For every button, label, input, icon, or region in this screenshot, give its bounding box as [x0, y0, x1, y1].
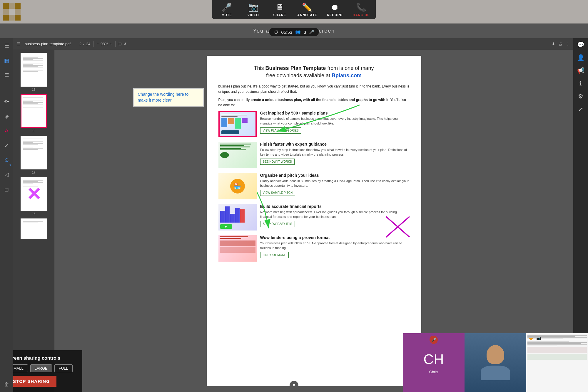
annotate-button[interactable]: ✏️ ANNOTATE: [297, 2, 317, 17]
thumbnail-16[interactable]: 16: [21, 94, 47, 133]
scroll-down-button[interactable]: ▼: [290, 381, 298, 390]
rotate-icon[interactable]: ↺: [123, 42, 127, 46]
feature-btn-4[interactable]: SEE HOW EASY IT IS: [260, 221, 295, 227]
feature-text-5: Wow lenders using a proven format Your b…: [260, 235, 410, 258]
pointer-icon[interactable]: ⊙ ▼: [3, 155, 10, 165]
thumbnail-icon[interactable]: ▦: [3, 56, 11, 65]
mute-label: MUTE: [222, 13, 232, 17]
mic-warning-icon: 🎤: [309, 30, 314, 34]
feature-desc-1: Browse hundreds of sample business plans…: [260, 117, 410, 126]
video-button[interactable]: 📷 VIDEO: [244, 2, 262, 17]
full-button[interactable]: FULL: [54, 364, 73, 372]
feature-title-3: Organize and pitch your ideas: [260, 173, 410, 178]
star-icon: ★: [529, 336, 533, 342]
feature-text-3: Organize and pitch your ideas Clarify an…: [260, 173, 410, 196]
participant-tile-doc[interactable]: ★ 📷: [526, 333, 588, 392]
hangup-button[interactable]: 📞 HANG UP: [353, 2, 370, 17]
list-icon[interactable]: ☰: [3, 70, 11, 80]
thumbnail-18[interactable]: 18: [21, 177, 47, 216]
download-icon[interactable]: ⬇: [552, 42, 555, 46]
annotate-icon: ✏️: [302, 2, 312, 12]
print-icon[interactable]: 🖨: [559, 42, 562, 46]
page-total: 24: [86, 42, 90, 46]
size-buttons: SMALL LARGE FULL: [6, 364, 76, 372]
thumbnail-17[interactable]: 17: [21, 136, 47, 174]
hamburger-icon[interactable]: ☰: [3, 41, 11, 51]
thumb-img-19: [21, 218, 47, 239]
pdf-topbar-right: ⬇ 🖨 ⋮: [552, 42, 570, 46]
mini-doc-preview: [526, 333, 588, 392]
share-icon: 🖥: [275, 2, 284, 12]
pdf-body-text-1-content: business plan outline. It's a good way t…: [218, 84, 410, 94]
feature-btn-1[interactable]: VIEW PLAN CATEGORIES: [260, 127, 301, 134]
feature-text-1: Get inspired by 500+ sample plans Browse…: [260, 111, 410, 134]
thumb-img-15: [21, 53, 47, 87]
pdf-body-text-1: business plan outline. It's a good way t…: [218, 84, 410, 94]
cube-icon[interactable]: ◈: [3, 112, 10, 121]
fit-page-icon[interactable]: ⊡: [118, 42, 122, 46]
info-icon[interactable]: ℹ: [579, 80, 582, 87]
feature-img-4: ▶: [218, 204, 257, 231]
trash-icon[interactable]: 🗑: [3, 380, 11, 389]
feature-text-4: Build accurate financial reports No more…: [260, 204, 410, 227]
settings-icon[interactable]: ⚙: [578, 93, 583, 100]
feature-row-1: Get inspired by 500+ sample plans Browse…: [218, 111, 410, 137]
share-button[interactable]: 🖥 SHARE: [271, 2, 288, 17]
expand-icon[interactable]: ⤢: [3, 141, 10, 150]
large-button[interactable]: LARGE: [30, 364, 52, 372]
zoom-out-button[interactable]: −: [96, 42, 99, 46]
left-panel: ☰ ▦ ☰ ✏ ◈ A ⤢ ⊙ ▼ ◁ ◻ 🗑: [0, 38, 13, 392]
video-tiles: 🎤 CH Chris ★ 📷: [403, 333, 588, 392]
feature-btn-5[interactable]: FIND OUT MORE: [260, 252, 289, 258]
thumb-num-16: 16: [32, 129, 35, 133]
app-logo: [3, 3, 21, 21]
feature-desc-4: No more messing with spreadsheets. LiveP…: [260, 210, 410, 219]
highlight-icon[interactable]: ◻: [3, 185, 10, 194]
thumb-img-17: [21, 136, 47, 169]
participants-icon: 👥: [295, 29, 301, 35]
megaphone-icon[interactable]: 📢: [577, 67, 584, 74]
participant-name-chris: Chris: [429, 370, 438, 374]
feature-btn-3[interactable]: VIEW SAMPLE PITCH: [260, 190, 295, 196]
pdf-filename: business-plan-template.pdf: [25, 42, 71, 46]
mute-button[interactable]: 🎤 MUTE: [218, 2, 235, 17]
pdf-heading: This Business Plan Template from is one …: [218, 65, 410, 79]
separator1: [93, 41, 93, 47]
record-button[interactable]: ⏺ RECORD: [326, 2, 344, 17]
draw-icon[interactable]: ✏: [3, 97, 10, 106]
pdf-body-text-2: Plan, you can easily create a unique bus…: [218, 97, 410, 108]
feature-text-2: Finish faster with expert guidance Follo…: [260, 142, 410, 165]
feature-desc-2: Follow step-by-step instructions that sh…: [260, 148, 410, 157]
chat-icon[interactable]: 💬: [577, 41, 584, 48]
participant-initials-chris: CH: [423, 351, 444, 367]
participant-tile-camera[interactable]: [465, 333, 526, 392]
fullscreen-icon[interactable]: ⤢: [578, 106, 583, 113]
cam-mute-icon: 📷: [536, 336, 541, 340]
feature-btn-2[interactable]: SEE HOW IT WORKS: [260, 159, 295, 165]
timer-display: 05:53: [281, 30, 293, 35]
pdf-topbar: ☰ business-plan-template.pdf 2 / 24 − 98…: [13, 38, 573, 50]
annotate-label: ANNOTATE: [297, 13, 317, 17]
eraser-icon[interactable]: ◁: [3, 170, 10, 179]
svg-rect-3: [3, 9, 9, 15]
svg-rect-4: [9, 9, 15, 15]
thumbnail-15[interactable]: 15: [21, 53, 47, 91]
text-icon[interactable]: A: [3, 126, 10, 135]
svg-rect-1: [9, 3, 15, 9]
zoom-level: 98%: [101, 42, 108, 46]
thumb-num-17: 17: [32, 171, 35, 174]
pdf-menu-icon[interactable]: ☰: [17, 42, 20, 46]
video-label: VIDEO: [248, 13, 259, 17]
mute-icon: 🎤: [222, 2, 232, 12]
feature-row-2: Finish faster with expert guidance Follo…: [218, 142, 410, 168]
more-icon[interactable]: ⋮: [566, 42, 570, 46]
feature-img-3: 🏪: [218, 173, 257, 199]
participant-tile-chris[interactable]: 🎤 CH Chris: [403, 333, 465, 392]
thumbnail-19[interactable]: [21, 218, 47, 239]
feature-title-5: Wow lenders using a proven format: [260, 235, 410, 240]
people-icon[interactable]: 👤: [577, 54, 584, 61]
zoom-in-button[interactable]: +: [110, 42, 112, 46]
stop-sharing-button[interactable]: STOP SHARING: [6, 376, 56, 387]
pdf-page-content: This Business Plan Template from is one …: [207, 56, 421, 386]
separator2: [115, 41, 116, 47]
